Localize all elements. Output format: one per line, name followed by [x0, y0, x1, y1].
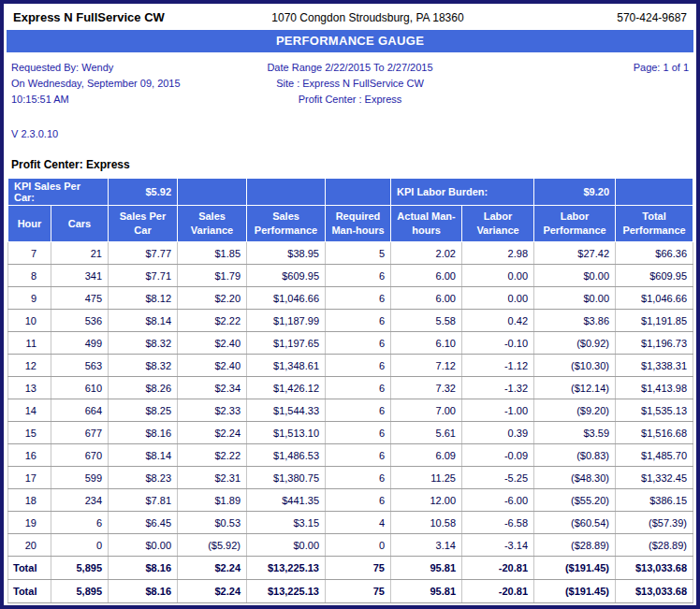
- page-number: Page: 1 of 1: [484, 60, 689, 76]
- performance-gauge-report: { "header": { "company": "Express N Full…: [0, 0, 700, 609]
- cell: 677: [51, 422, 109, 444]
- cell: -3.14: [462, 534, 534, 557]
- cell: -6.58: [462, 512, 534, 534]
- cell: 12: [8, 355, 51, 377]
- cell: 610: [51, 377, 109, 399]
- cell: $1,413.98: [616, 377, 693, 399]
- cell: 75: [326, 580, 391, 603]
- cell: 6.10: [391, 332, 462, 355]
- cell: 0.42: [462, 310, 534, 332]
- cell: ($12.14): [534, 377, 616, 399]
- kpi-spacer-cell: [616, 179, 693, 206]
- cell: $1,486.53: [247, 444, 326, 467]
- cell: Total: [8, 580, 51, 603]
- cell: ($55.20): [534, 489, 616, 512]
- cell: 95.81: [391, 580, 462, 603]
- cell: 5: [326, 242, 391, 265]
- cell: $1,544.33: [247, 399, 326, 422]
- table-row: 11499$8.32$2.40$1,197.6566.10-0.10($0.92…: [8, 332, 693, 355]
- cell: $1,338.31: [616, 355, 693, 377]
- table-row: 12563$8.32$2.40$1,348.6167.12-1.12($10.3…: [8, 355, 693, 377]
- cell: $441.35: [247, 489, 326, 512]
- cell: -1.00: [462, 399, 534, 422]
- cell: 6: [326, 422, 391, 444]
- cell: ($191.45): [534, 580, 616, 603]
- cell: 10.58: [391, 512, 462, 534]
- cell: $1,535.13: [616, 399, 693, 422]
- page-info-block: Page: 1 of 1: [484, 60, 689, 108]
- cell: $1.85: [178, 242, 247, 265]
- cell: -1.12: [462, 355, 534, 377]
- cell: $1,348.61: [247, 355, 326, 377]
- cell: -6.00: [462, 489, 534, 512]
- cell: $1,380.75: [247, 467, 326, 489]
- cell: $3.15: [247, 512, 326, 534]
- cell: ($0.92): [534, 332, 616, 355]
- column-header-row: HourCarsSales Per CarSales VarianceSales…: [8, 206, 693, 242]
- cell: -0.09: [462, 444, 534, 467]
- cell: 6: [326, 265, 391, 287]
- table-row: 13610$8.26$2.34$1,426.1267.32-1.32($12.1…: [8, 377, 693, 399]
- cell: 75: [326, 557, 391, 580]
- cell: 7.00: [391, 399, 462, 422]
- profit-center-line: Profit Center : Express: [216, 92, 483, 108]
- cell: 0.00: [462, 265, 534, 287]
- cell: 7: [8, 242, 51, 265]
- cell: 21: [51, 242, 109, 265]
- column-header: Cars: [51, 206, 109, 242]
- cell: ($0.83): [534, 444, 616, 467]
- cell: $2.33: [178, 399, 247, 422]
- cell: 20: [8, 534, 51, 557]
- cell: $8.26: [109, 377, 178, 399]
- cell: 6: [51, 512, 109, 534]
- cell: $8.14: [109, 444, 178, 467]
- cell: 7.32: [391, 377, 462, 399]
- column-header: Labor Performance: [534, 206, 616, 242]
- table-row: 16670$8.14$2.22$1,486.5366.09-0.09($0.83…: [8, 444, 693, 467]
- cell: $2.24: [178, 422, 247, 444]
- cell: 5,895: [51, 580, 109, 603]
- column-header: Sales Per Car: [109, 206, 178, 242]
- cell: 17: [8, 467, 51, 489]
- cell: $8.23: [109, 467, 178, 489]
- cell: $13,225.13: [247, 580, 326, 603]
- cell: $13,225.13: [247, 557, 326, 580]
- kpi-sales-per-car-value: $5.92: [109, 179, 178, 206]
- cell: 6: [326, 287, 391, 310]
- cell: $3.59: [534, 422, 616, 444]
- cell: ($9.20): [534, 399, 616, 422]
- cell: $1,485.70: [616, 444, 693, 467]
- cell: ($191.45): [534, 557, 616, 580]
- cell: 6: [326, 489, 391, 512]
- cell: $8.14: [109, 310, 178, 332]
- cell: ($28.89): [616, 534, 693, 557]
- report-scope-block: Date Range 2/22/2015 To 2/27/2015 Site :…: [216, 60, 483, 108]
- cell: 11: [8, 332, 51, 355]
- table-row: 15677$8.16$2.24$1,513.1065.610.39$3.59$1…: [8, 422, 693, 444]
- cell: -0.10: [462, 332, 534, 355]
- cell: $2.31: [178, 467, 247, 489]
- cell: $66.36: [616, 242, 693, 265]
- report-info-section: Requested By: Wendy On Wednesday, Septem…: [11, 60, 689, 108]
- cell: 5.61: [391, 422, 462, 444]
- cell: $1,197.65: [247, 332, 326, 355]
- cell: 14: [8, 399, 51, 422]
- cell: 13: [8, 377, 51, 399]
- requested-time: 10:15:51 AM: [11, 92, 216, 108]
- cell: -5.25: [462, 467, 534, 489]
- cell: 11.25: [391, 467, 462, 489]
- cell: $1,516.68: [616, 422, 693, 444]
- cell: $8.16: [109, 580, 178, 603]
- table-row: 200$0.00($5.92)$0.0003.14-3.14($28.89)($…: [8, 534, 693, 557]
- cell: $8.12: [109, 287, 178, 310]
- column-header: Actual Man-hours: [391, 206, 462, 242]
- company-name: Express N FullService CW: [13, 10, 226, 24]
- table-row: 17599$8.23$2.31$1,380.75611.25-5.25($48.…: [8, 467, 693, 489]
- company-address: 1070 Congdon Stroudsburg, PA 18360: [226, 11, 509, 24]
- cell: $0.53: [178, 512, 247, 534]
- cell: $8.32: [109, 332, 178, 355]
- cell: -20.81: [462, 580, 534, 603]
- cell: $0.00: [534, 287, 616, 310]
- cell: 6: [326, 332, 391, 355]
- cell: 10: [8, 310, 51, 332]
